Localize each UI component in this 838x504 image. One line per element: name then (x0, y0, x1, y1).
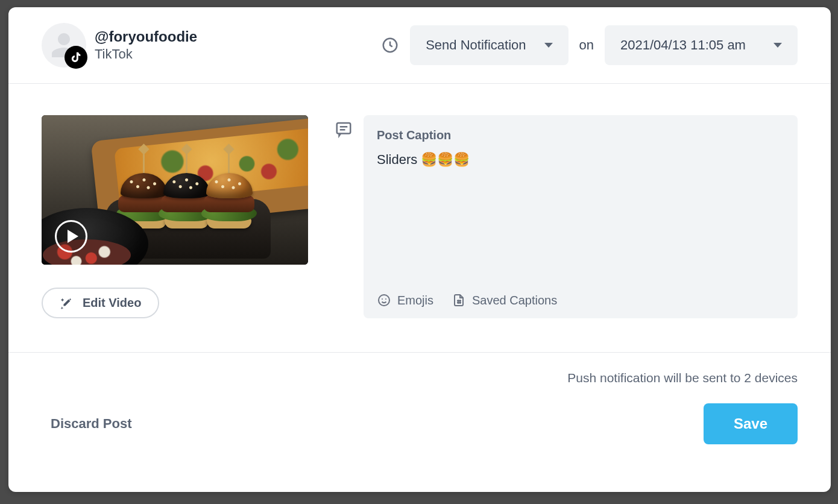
account-area: @foryoufoodie TikTok (42, 23, 381, 68)
action-dropdown[interactable]: Send Notification (410, 25, 568, 65)
file-hash-icon (452, 293, 466, 307)
footer-actions: Discard Post Save (51, 403, 798, 444)
tiktok-badge (65, 46, 87, 69)
play-icon (55, 220, 87, 253)
svg-point-2 (379, 295, 389, 306)
svg-point-4 (385, 298, 386, 300)
modal-footer: Push notification will be sent to 2 devi… (8, 353, 831, 456)
action-dropdown-label: Send Notification (426, 37, 526, 53)
avatar-wrap (42, 23, 86, 68)
svg-rect-1 (337, 123, 351, 134)
on-label: on (579, 37, 594, 53)
edit-video-label: Edit Video (83, 296, 141, 310)
caption-column: Post Caption Sliders 🍔🍔🍔 Emojis Saved Ca… (335, 115, 798, 318)
caption-title: Post Caption (377, 128, 784, 142)
smile-icon (377, 293, 391, 307)
media-column: Edit Video (42, 115, 308, 318)
datetime-dropdown[interactable]: 2021/04/13 11:05 am (605, 25, 798, 65)
schedule-area: Send Notification on 2021/04/13 11:05 am (381, 25, 798, 65)
username: @foryoufoodie (95, 28, 197, 45)
datetime-label: 2021/04/13 11:05 am (620, 37, 746, 53)
emojis-button[interactable]: Emojis (377, 293, 433, 307)
platform-label: TikTok (95, 46, 197, 62)
discard-post-button[interactable]: Discard Post (51, 416, 132, 432)
chevron-down-icon (773, 43, 782, 48)
save-button[interactable]: Save (704, 403, 798, 444)
magic-wand-icon (60, 297, 73, 310)
modal-header: @foryoufoodie TikTok Send Notification o… (8, 7, 831, 84)
clock-icon (381, 36, 399, 54)
caption-input[interactable]: Sliders 🍔🍔🍔 (377, 152, 784, 287)
tiktok-icon (69, 51, 83, 64)
caption-icon (335, 115, 353, 318)
edit-video-button[interactable]: Edit Video (42, 288, 159, 318)
svg-point-3 (382, 298, 383, 300)
emojis-label: Emojis (397, 294, 433, 307)
chevron-down-icon (544, 43, 553, 48)
modal-body: Edit Video Post Caption Sliders 🍔🍔🍔 Emoj… (8, 84, 831, 353)
caption-tools: Emojis Saved Captions (377, 287, 784, 307)
caption-card: Post Caption Sliders 🍔🍔🍔 Emojis Saved Ca… (364, 115, 798, 318)
post-editor-modal: @foryoufoodie TikTok Send Notification o… (8, 7, 831, 492)
saved-captions-label: Saved Captions (472, 294, 557, 307)
push-notification-note: Push notification will be sent to 2 devi… (51, 371, 798, 385)
video-thumbnail[interactable] (42, 115, 308, 265)
saved-captions-button[interactable]: Saved Captions (452, 293, 557, 307)
account-text: @foryoufoodie TikTok (95, 28, 197, 62)
